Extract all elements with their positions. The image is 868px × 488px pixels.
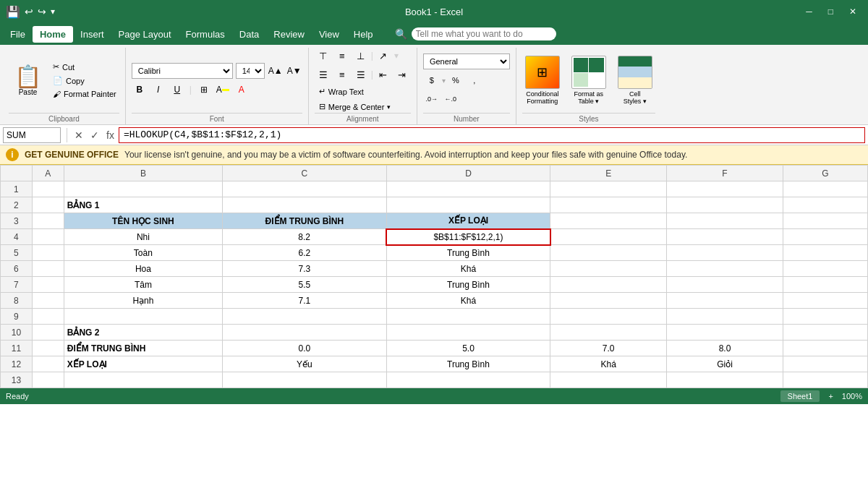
decrease-indent-button[interactable]: ⇤	[375, 67, 392, 82]
cell-f6[interactable]	[667, 261, 783, 277]
format-as-table-button[interactable]: Format asTable ▾	[569, 53, 609, 108]
row-header-4[interactable]: 4	[1, 229, 33, 245]
cell-b10[interactable]: BẢNG 2	[64, 325, 222, 341]
cell-c7[interactable]: 5.5	[223, 277, 387, 293]
orientation-button[interactable]: ↗	[375, 48, 392, 64]
merge-center-button[interactable]: ⊟ Merge & Center ▾	[315, 100, 396, 113]
cell-c4[interactable]: 8.2	[223, 229, 387, 245]
cell-e8[interactable]	[550, 293, 667, 309]
row-header-5[interactable]: 5	[1, 245, 33, 261]
cell-c13[interactable]	[223, 372, 387, 388]
cell-e5[interactable]	[550, 245, 667, 261]
minimize-button[interactable]: ─	[800, 7, 818, 17]
cell-g12[interactable]	[783, 356, 867, 372]
cell-a11[interactable]	[32, 341, 64, 356]
cell-f5[interactable]	[667, 245, 783, 261]
more-icon[interactable]: ▾	[51, 7, 55, 17]
cell-d4[interactable]: $B$11:$F$12,2,1)	[386, 229, 550, 245]
cell-d8[interactable]: Khá	[386, 293, 550, 309]
col-header-c[interactable]: C	[223, 166, 387, 181]
decrease-font-button[interactable]: A▼	[286, 63, 302, 79]
comma-button[interactable]: ,	[466, 72, 483, 88]
menu-review[interactable]: Review	[266, 26, 312, 43]
cell-a13[interactable]	[32, 372, 64, 388]
cell-d12[interactable]: Trung Bình	[386, 356, 550, 372]
cell-f12[interactable]: Giỏi	[667, 356, 783, 372]
cell-f9[interactable]	[667, 309, 783, 325]
align-left-button[interactable]: ☰	[315, 67, 332, 82]
cell-b8[interactable]: Hạnh	[64, 293, 222, 309]
col-header-e[interactable]: E	[550, 166, 667, 181]
increase-font-button[interactable]: A▲	[268, 63, 284, 79]
confirm-formula-icon[interactable]: ✓	[89, 128, 101, 142]
cell-a6[interactable]	[32, 261, 64, 277]
row-header-2[interactable]: 2	[1, 197, 33, 213]
cell-g11[interactable]	[783, 341, 867, 356]
cell-e9[interactable]	[550, 309, 667, 325]
cell-a10[interactable]	[32, 325, 64, 341]
save-icon[interactable]: 💾	[6, 5, 20, 19]
row-header-10[interactable]: 10	[1, 325, 33, 341]
menu-home[interactable]: Home	[33, 26, 73, 43]
cell-a4[interactable]	[32, 229, 64, 245]
cell-d9[interactable]	[386, 309, 550, 325]
col-header-f[interactable]: F	[667, 166, 783, 181]
cell-f11[interactable]: 8.0	[667, 341, 783, 356]
cell-b9[interactable]	[64, 309, 222, 325]
cell-g8[interactable]	[783, 293, 867, 309]
cell-d5[interactable]: Trung Bình	[386, 245, 550, 261]
cell-c5[interactable]: 6.2	[223, 245, 387, 261]
row-header-1[interactable]: 1	[1, 181, 33, 197]
cell-a5[interactable]	[32, 245, 64, 261]
cell-f4[interactable]	[667, 229, 783, 245]
underline-button[interactable]: U	[169, 82, 185, 98]
menu-view[interactable]: View	[312, 26, 346, 43]
cancel-formula-icon[interactable]: ✕	[73, 128, 85, 142]
cell-d11[interactable]: 5.0	[386, 341, 550, 356]
sheet-tab[interactable]: Sheet1	[780, 390, 820, 402]
cell-d13[interactable]	[386, 372, 550, 388]
fill-color-button[interactable]: A	[215, 82, 231, 98]
bold-button[interactable]: B	[132, 82, 148, 98]
name-box[interactable]	[3, 127, 61, 143]
row-header-7[interactable]: 7	[1, 277, 33, 293]
cell-a1[interactable]	[32, 181, 64, 197]
align-right-button[interactable]: ☰	[352, 67, 370, 82]
cell-e7[interactable]	[550, 277, 667, 293]
cell-e2[interactable]	[550, 197, 667, 213]
add-sheet-button[interactable]: +	[828, 392, 833, 401]
row-header-11[interactable]: 11	[1, 341, 33, 356]
italic-button[interactable]: I	[150, 82, 166, 98]
paste-button[interactable]: 📋 Paste	[9, 61, 47, 99]
cut-button[interactable]: ✂ Cut	[50, 61, 119, 73]
cell-g6[interactable]	[783, 261, 867, 277]
cell-c11[interactable]: 0.0	[223, 341, 387, 356]
cell-b4[interactable]: Nhi	[64, 229, 222, 245]
cell-d2[interactable]	[386, 197, 550, 213]
cell-f2[interactable]	[667, 197, 783, 213]
cell-e10[interactable]	[550, 325, 667, 341]
cell-b12[interactable]: XẾP LOẠI	[64, 356, 222, 372]
row-header-13[interactable]: 13	[1, 372, 33, 388]
number-format-select[interactable]: General	[423, 53, 510, 69]
search-input[interactable]	[412, 27, 556, 40]
cell-g1[interactable]	[783, 181, 867, 197]
row-header-8[interactable]: 8	[1, 293, 33, 309]
undo-icon[interactable]: ↩	[25, 6, 33, 17]
cell-d7[interactable]: Trung Bình	[386, 277, 550, 293]
cell-b7[interactable]: Tâm	[64, 277, 222, 293]
cell-c1[interactable]	[223, 181, 387, 197]
menu-help[interactable]: Help	[346, 26, 380, 43]
cell-a8[interactable]	[32, 293, 64, 309]
cell-b5[interactable]: Toàn	[64, 245, 222, 261]
wrap-text-button[interactable]: ↵ Wrap Text	[315, 85, 368, 98]
font-size-select[interactable]: 14	[236, 63, 265, 79]
cell-f3[interactable]	[667, 213, 783, 229]
cell-e6[interactable]	[550, 261, 667, 277]
decrease-decimal-button[interactable]: ←.0	[442, 91, 459, 107]
font-family-select[interactable]: Calibri	[132, 63, 233, 79]
align-middle-button[interactable]: ≡	[333, 48, 351, 64]
cell-g4[interactable]	[783, 229, 867, 245]
cell-g2[interactable]	[783, 197, 867, 213]
align-center-button[interactable]: ≡	[333, 67, 351, 82]
